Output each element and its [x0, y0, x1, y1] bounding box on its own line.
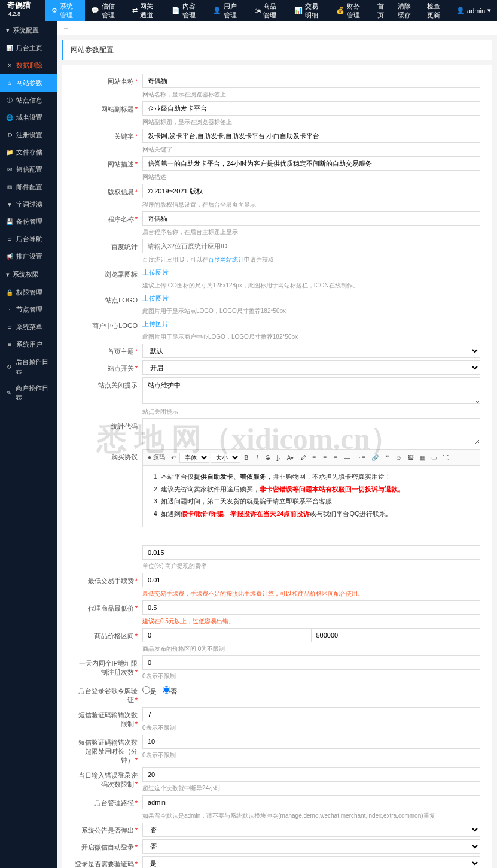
- sidebar-item[interactable]: ⌂网站参数: [0, 74, 57, 92]
- sidebar-item[interactable]: 📢推广设置: [0, 248, 57, 265]
- site-logo-upload[interactable]: 上传图片: [142, 292, 480, 305]
- editor-size-select[interactable]: 大小: [211, 453, 240, 463]
- site-name-input[interactable]: [142, 74, 480, 88]
- announce-popup-select[interactable]: 否: [142, 823, 480, 837]
- tab-back-icon[interactable]: ←: [57, 21, 75, 35]
- sidebar: ▾系统配置📊后台主页✕数据删除⌂网站参数ⓘ站点信息🌐域名设置⚙注册设置📁文件存储…: [0, 21, 57, 868]
- sidebar-item[interactable]: ✎商户操作日志: [0, 380, 57, 406]
- editor-strike-btn[interactable]: S: [263, 453, 273, 462]
- sidebar-item[interactable]: 💾备份管理: [0, 213, 57, 230]
- ip-limit-input[interactable]: [142, 655, 480, 670]
- editor-color-btn[interactable]: A▾: [285, 453, 297, 462]
- sidebar-item[interactable]: 📁文件存储: [0, 144, 57, 161]
- top-navbar: 奇偶猫4.2.8 ⚙系统管理💬信信管理⇄网关通道📄内容管理👤用户管理🛍商品管理📊…: [0, 0, 497, 21]
- nav-5[interactable]: 🛍商品管理: [248, 0, 288, 21]
- admin-path-input[interactable]: [142, 795, 480, 809]
- editor-bgcolor-btn[interactable]: 🖍: [298, 453, 309, 462]
- stat-code-textarea[interactable]: [142, 418, 480, 445]
- editor-bold-btn[interactable]: B: [242, 453, 251, 462]
- editor-emoji-btn[interactable]: ☺: [393, 453, 404, 462]
- editor-link-btn[interactable]: 🔗: [369, 453, 381, 462]
- need-captcha-select[interactable]: 是: [142, 856, 480, 868]
- sidebar-item[interactable]: ✉邮件配置: [0, 178, 57, 196]
- editor-align-center-btn[interactable]: ≡: [321, 453, 330, 462]
- editor-italic-btn[interactable]: I: [252, 453, 262, 462]
- editor-clear-btn[interactable]: Iₓ: [274, 453, 283, 462]
- min-fee-input[interactable]: [142, 573, 480, 587]
- editor-fullscreen-btn[interactable]: ⛶: [440, 453, 451, 462]
- nav-2[interactable]: ⇄网关通道: [126, 0, 165, 21]
- settings-form: 网站名称*网站名称，显示在浏览器标签上 网站副标题*网站副标题，显示在浏览器标签…: [62, 65, 492, 868]
- fee-rate-input[interactable]: [142, 545, 480, 560]
- brand: 奇偶猫4.2.8: [0, 0, 45, 20]
- sidebar-group[interactable]: ▾系统权限: [0, 265, 57, 284]
- merchant-logo-upload[interactable]: 上传图片: [142, 318, 480, 330]
- sidebar-item[interactable]: ⚙注册设置: [0, 126, 57, 144]
- description-input[interactable]: [142, 156, 480, 171]
- close-notice-textarea[interactable]: 站点维护中: [142, 377, 480, 404]
- nav-4[interactable]: 👤用户管理: [207, 0, 248, 21]
- site-switch-select[interactable]: 开启: [142, 360, 480, 375]
- wechat-login-select[interactable]: 否: [142, 839, 480, 854]
- agent-min-price-input[interactable]: [142, 600, 480, 615]
- copyright-input[interactable]: [142, 184, 480, 198]
- sidebar-item[interactable]: ✉短信配置: [0, 161, 57, 178]
- home-theme-select[interactable]: 默认: [142, 344, 480, 358]
- baidu-stat-input[interactable]: [142, 239, 480, 253]
- google-no-radio[interactable]: 否: [163, 686, 177, 696]
- editor-align-right-btn[interactable]: ≡: [331, 453, 341, 462]
- sidebar-item[interactable]: ⓘ站点信息: [0, 92, 57, 109]
- editor-toolbar: ● 源码 ↶ 字体 大小 B I S Iₓ A▾ 🖍 ≡ ≡ ≡ — ⋮≡ 🔗 …: [142, 449, 480, 466]
- nav-7[interactable]: 💰财务管理: [330, 0, 371, 21]
- nav-0[interactable]: ⚙系统管理: [45, 0, 85, 21]
- editor-font-select[interactable]: 字体: [179, 453, 209, 463]
- sidebar-item[interactable]: 🔒权限管理: [0, 284, 57, 301]
- editor-quote-btn[interactable]: ❞: [382, 453, 392, 462]
- nav-right-2[interactable]: 检查更新: [421, 0, 450, 21]
- agreement-editor[interactable]: 本站平台仅提供自助发卡、着依服务，并非购物网，不承担先填卡密真实用途！ 建议先咨…: [142, 466, 480, 527]
- nav-right-3[interactable]: 👤admin ▾: [450, 0, 497, 21]
- tab-bar: ←: [57, 21, 497, 35]
- editor-align-left-btn[interactable]: ≡: [310, 453, 319, 462]
- google-yes-radio[interactable]: 是: [142, 686, 157, 696]
- baidu-stat-link[interactable]: 百度网站统计: [208, 256, 244, 263]
- editor-video-btn[interactable]: ▭: [429, 453, 439, 462]
- editor-table-btn[interactable]: ▦: [417, 453, 428, 462]
- sidebar-group[interactable]: ▾系统配置: [0, 21, 57, 40]
- price-max-input[interactable]: [312, 628, 481, 642]
- keywords-input[interactable]: [142, 129, 480, 143]
- sidebar-item[interactable]: ≡系统用户: [0, 336, 57, 353]
- page-title: 网站参数配置: [62, 40, 492, 60]
- sms-ban-input[interactable]: [142, 735, 480, 749]
- sidebar-item[interactable]: ≡后台导航: [0, 230, 57, 248]
- nav-right-1[interactable]: 清除缓存: [392, 0, 421, 21]
- editor-list-btn[interactable]: ⋮≡: [354, 453, 368, 462]
- sidebar-item[interactable]: 📊后台主页: [0, 40, 57, 57]
- sidebar-item[interactable]: 🌐域名设置: [0, 109, 57, 126]
- sidebar-item[interactable]: ≡系统菜单: [0, 318, 57, 336]
- price-min-input[interactable]: [142, 628, 312, 642]
- editor-image-btn[interactable]: 🖼: [405, 453, 416, 462]
- program-name-input[interactable]: [142, 211, 480, 226]
- sidebar-item[interactable]: ▼字词过滤: [0, 196, 57, 213]
- sidebar-item[interactable]: ⋮节点管理: [0, 301, 57, 318]
- nav-6[interactable]: 📊交易明细: [288, 0, 330, 21]
- nav-right-0[interactable]: 首页: [371, 0, 392, 21]
- site-subtitle-input[interactable]: [142, 101, 480, 116]
- editor-hr-btn[interactable]: —: [342, 453, 353, 462]
- browser-icon-upload[interactable]: 上传图片: [142, 266, 480, 279]
- sidebar-item[interactable]: ↻后台操作日志: [0, 353, 57, 380]
- sidebar-item[interactable]: ✕数据删除: [0, 57, 57, 74]
- pwd-wrong-input[interactable]: [142, 767, 480, 782]
- sms-wrong-input[interactable]: [142, 707, 480, 721]
- nav-3[interactable]: 📄内容管理: [166, 0, 207, 21]
- nav-1[interactable]: 💬信信管理: [85, 0, 126, 21]
- editor-source-btn[interactable]: ● 源码: [145, 452, 167, 463]
- editor-undo-btn[interactable]: ↶: [169, 453, 178, 462]
